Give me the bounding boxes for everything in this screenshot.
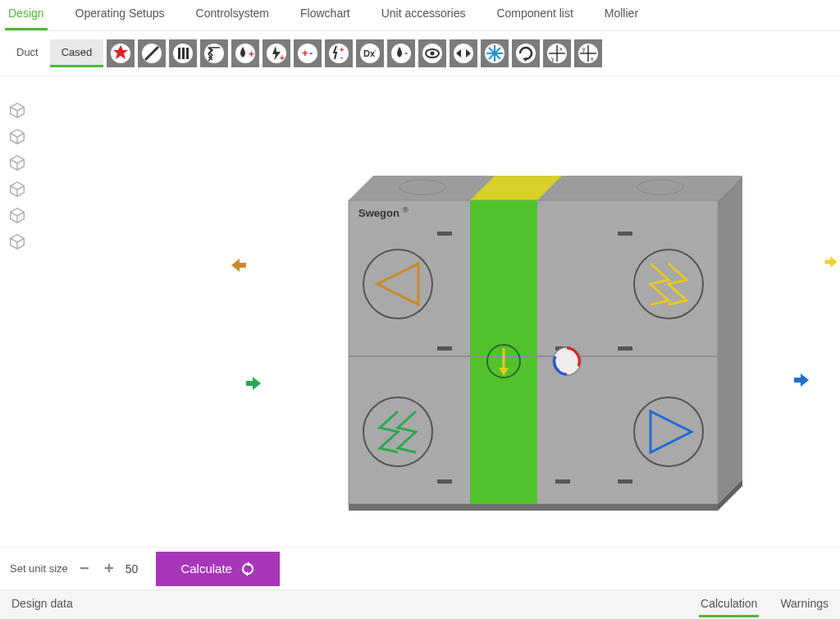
svg-point-7 <box>204 44 224 63</box>
airflow-arrow-left-bottom[interactable] <box>244 374 264 393</box>
toolbar-row: Duct Cased + + +- +- <box>0 31 840 76</box>
svg-rect-56 <box>618 346 632 351</box>
svg-text:+: + <box>249 48 254 60</box>
droplet-minus-icon[interactable]: - <box>387 39 415 67</box>
svg-rect-49 <box>349 504 718 511</box>
cube-view-1[interactable] <box>8 101 26 119</box>
brand-label: Swegon <box>358 207 399 219</box>
dx-coil-icon[interactable]: Dx- <box>356 39 384 67</box>
axis-xy-up-icon[interactable]: xy <box>543 39 571 67</box>
svg-rect-54 <box>437 346 452 351</box>
tab-mollier[interactable]: Mollier <box>601 2 641 30</box>
refresh-icon <box>240 562 255 576</box>
footer-row: Design data Calculation Warnings <box>0 589 840 619</box>
svg-text:x: x <box>559 46 563 52</box>
airflow-arrow-right-top[interactable] <box>824 252 840 272</box>
svg-rect-53 <box>618 232 632 236</box>
canvas-area[interactable]: Swegon ® <box>0 76 840 547</box>
footer-tab-warnings[interactable]: Warnings <box>778 592 830 617</box>
axis-xy-down-icon[interactable]: xy <box>574 39 602 67</box>
cube-view-6[interactable] <box>8 232 26 250</box>
svg-rect-5 <box>182 48 185 59</box>
cooler-plusminus-icon[interactable]: +- <box>325 39 353 67</box>
tab-operating-setups[interactable]: Operating Setups <box>72 2 168 30</box>
svg-rect-57 <box>437 479 452 484</box>
view-buttons <box>8 101 26 250</box>
svg-rect-52 <box>437 232 452 236</box>
eye-icon[interactable] <box>418 39 446 67</box>
unit-size-decrement[interactable]: − <box>76 561 93 577</box>
cube-view-2[interactable] <box>8 127 26 145</box>
tab-unit-accessories[interactable]: Unit accessories <box>378 2 469 30</box>
svg-rect-4 <box>178 48 180 59</box>
svg-text:-: - <box>340 53 343 62</box>
cube-view-4[interactable] <box>8 180 26 198</box>
rotate-icon[interactable] <box>512 39 540 67</box>
svg-text:x: x <box>591 56 594 62</box>
svg-text:y: y <box>582 46 586 53</box>
component-heat-recovery[interactable] <box>553 347 581 375</box>
ahu-unit-3d[interactable]: Swegon ® <box>316 169 751 514</box>
type-tab-duct[interactable]: Duct <box>5 39 50 67</box>
silencer-icon[interactable] <box>169 39 197 67</box>
svg-rect-6 <box>186 48 189 59</box>
unit-size-increment[interactable]: + <box>101 561 117 577</box>
tab-component-list[interactable]: Component list <box>493 2 576 30</box>
cube-view-3[interactable] <box>8 154 26 172</box>
svg-marker-45 <box>718 176 742 504</box>
unit-size-value: 50 <box>126 562 139 575</box>
unit-size-stepper: − + 50 <box>76 561 139 577</box>
tool-icons: + + +- +- Dx- - <box>107 39 602 67</box>
bottom-bar: Set unit size − + 50 Calculate <box>0 547 840 589</box>
airflow-arrow-right-bottom[interactable] <box>792 370 812 390</box>
calculate-label: Calculate <box>180 562 232 575</box>
footer-tab-calculation[interactable]: Calculation <box>699 592 759 617</box>
main-tabs: Design Operating Setups Controlsystem Fl… <box>0 0 840 31</box>
damper-icon[interactable] <box>138 39 166 67</box>
horizontal-arrows-icon[interactable] <box>450 39 477 67</box>
tab-design[interactable]: Design <box>5 2 48 30</box>
filter-icon[interactable] <box>200 39 228 67</box>
humidifier-plus-icon[interactable]: + <box>231 39 259 67</box>
svg-text:-: - <box>404 48 408 59</box>
svg-text:+: + <box>280 53 285 62</box>
svg-rect-59 <box>618 479 632 484</box>
electric-heater-icon[interactable]: + <box>262 39 290 67</box>
svg-text:+: + <box>302 47 308 59</box>
svg-rect-58 <box>555 479 570 484</box>
unit-size-label: Set unit size <box>10 562 68 575</box>
tab-flowchart[interactable]: Flowchart <box>297 2 354 30</box>
snowflake-icon[interactable] <box>481 39 509 67</box>
svg-point-25 <box>431 52 435 56</box>
footer-tab-design-data[interactable]: Design data <box>10 592 75 617</box>
svg-text:®: ® <box>403 206 409 214</box>
calculate-button[interactable]: Calculate <box>156 552 280 586</box>
cube-view-5[interactable] <box>8 206 26 224</box>
heating-coil-icon[interactable] <box>107 39 135 67</box>
type-tab-cased[interactable]: Cased <box>50 39 104 67</box>
airflow-arrow-left-top[interactable] <box>228 255 248 275</box>
svg-text:y: y <box>551 56 555 62</box>
svg-text:-: - <box>374 46 377 54</box>
heater-plusminus-icon[interactable]: +- <box>294 39 322 67</box>
svg-text:-: - <box>309 47 313 59</box>
tab-controlsystem[interactable]: Controlsystem <box>193 2 272 30</box>
svg-point-15 <box>329 44 349 63</box>
